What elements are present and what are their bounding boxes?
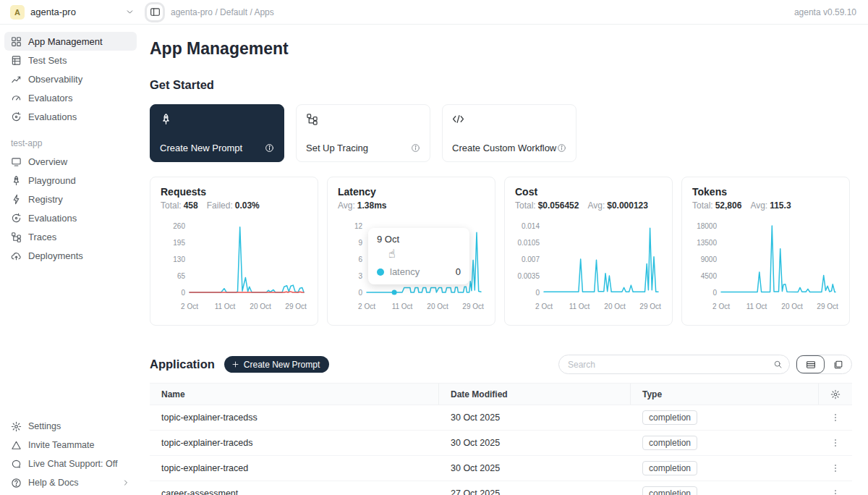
card-label: Create New Prompt xyxy=(160,143,242,153)
sidebar-item-label: Registry xyxy=(28,194,63,205)
search-input[interactable] xyxy=(558,355,790,374)
svg-text:20 Oct: 20 Oct xyxy=(604,302,626,310)
sidebar-item-test-sets[interactable]: Test Sets xyxy=(4,51,137,69)
tooltip-series-value: 0 xyxy=(456,266,461,277)
app-version: agenta v0.59.10 xyxy=(794,7,856,17)
create-new-prompt-button[interactable]: Create New Prompt xyxy=(224,356,329,373)
svg-text:29 Oct: 29 Oct xyxy=(639,302,661,310)
evaluations-icon xyxy=(11,213,22,224)
rocket-icon xyxy=(11,175,22,186)
plus-icon xyxy=(231,360,239,368)
table-row-topic-explainer-tracedss[interactable]: topic-explainer-tracedss30 Oct 2025compl… xyxy=(150,405,852,431)
info-icon[interactable] xyxy=(411,143,420,153)
app-name-cell: topic-explainer-traced xyxy=(150,463,439,473)
workspace-selector[interactable]: A agenta-pro xyxy=(10,5,135,20)
svg-text:11 Oct: 11 Oct xyxy=(746,302,767,310)
info-icon[interactable] xyxy=(557,143,566,153)
series-dot-icon xyxy=(377,268,384,276)
search-icon xyxy=(770,356,786,373)
registry-icon xyxy=(11,194,22,205)
column-header-name: Name xyxy=(150,384,439,405)
sidebar-item-evaluations[interactable]: Evaluations xyxy=(4,107,137,126)
sidebar-item-playground[interactable]: Playground xyxy=(4,171,137,190)
svg-text:4500: 4500 xyxy=(701,272,718,280)
get-started-card-set-up-tracing[interactable]: Set Up Tracing xyxy=(296,104,430,162)
svg-text:0.014: 0.014 xyxy=(522,222,540,230)
svg-text:11 Oct: 11 Oct xyxy=(569,302,590,310)
sidebar-item-live-chat-support-off[interactable]: Live Chat Support: Off xyxy=(4,454,137,473)
table-row-topic-explainer-traced[interactable]: topic-explainer-traced30 Oct 2025complet… xyxy=(150,456,852,481)
sidebar-item-label: Evaluators xyxy=(28,93,72,103)
sidebar-item-help-docs[interactable]: Help & Docs xyxy=(4,473,137,492)
sidebar: App ManagementTest SetsObservabilityEval… xyxy=(0,25,141,495)
observability-icon xyxy=(11,74,22,85)
workspace-name: agenta-pro xyxy=(30,7,76,17)
chart-title: Latency xyxy=(338,186,485,198)
sidebar-app-nav: OverviewPlaygroundRegistryEvaluationsTra… xyxy=(4,152,137,265)
table-view-icon xyxy=(806,360,816,370)
sidebar-item-label: Playground xyxy=(28,175,76,186)
sidebar-item-registry[interactable]: Registry xyxy=(4,190,137,208)
top-bar: A agenta-pro agenta-pro / Default / Apps… xyxy=(0,0,868,25)
table-view-button[interactable] xyxy=(796,355,825,373)
sidebar-item-traces[interactable]: Traces xyxy=(4,227,137,246)
tooltip-series-row: latency0 xyxy=(377,266,461,277)
sidebar-item-evaluations[interactable]: Evaluations xyxy=(4,208,137,227)
get-started-card-create-custom-workflow[interactable]: Create Custom Workflow xyxy=(442,104,576,162)
breadcrumb[interactable]: agenta-pro / Default / Apps xyxy=(171,7,274,17)
sidebar-item-observability[interactable]: Observability xyxy=(4,69,137,88)
sidebar-item-label: Evaluations xyxy=(28,213,77,224)
get-started-card-create-new-prompt[interactable]: Create New Prompt xyxy=(150,104,284,162)
card-view-button[interactable] xyxy=(825,355,851,373)
chart-stats: Avg:1.38ms xyxy=(338,200,485,211)
row-menu-button[interactable] xyxy=(830,463,841,473)
workspace-avatar: A xyxy=(10,5,25,20)
code-icon xyxy=(452,113,566,128)
svg-text:12: 12 xyxy=(354,222,363,230)
sidebar-item-label: Test Sets xyxy=(28,55,67,66)
row-menu-button[interactable] xyxy=(830,488,841,495)
svg-text:2 Oct: 2 Oct xyxy=(535,302,553,310)
sidebar-item-label: Overview xyxy=(28,156,67,167)
row-menu-button[interactable] xyxy=(830,438,841,448)
chart-plot-cost: 0.0140.01050.0070.003502 Oct11 Oct20 Oct… xyxy=(515,217,663,313)
svg-text:29 Oct: 29 Oct xyxy=(285,302,307,310)
sidebar-footer-nav: SettingsInvite TeammateLive Chat Support… xyxy=(4,417,137,492)
svg-text:9000: 9000 xyxy=(701,255,718,263)
sidebar-item-app-management[interactable]: App Management xyxy=(4,32,137,51)
traces-icon xyxy=(11,232,22,242)
test-sets-icon xyxy=(11,55,22,66)
evaluators-icon xyxy=(11,93,22,103)
tooltip-series-name: latency xyxy=(390,266,420,277)
table-row-topic-explainer-traceds[interactable]: topic-explainer-traceds30 Oct 2025comple… xyxy=(150,431,852,456)
info-icon[interactable] xyxy=(265,143,274,153)
svg-text:0: 0 xyxy=(712,289,717,297)
stat-total: Total:458 xyxy=(161,200,198,211)
gear-icon xyxy=(830,389,841,399)
sidebar-item-evaluators[interactable]: Evaluators xyxy=(4,88,137,107)
chevron-down-icon xyxy=(125,7,135,17)
date-modified-cell: 27 Oct 2025 xyxy=(439,488,631,495)
stat-avg: Avg:115.3 xyxy=(750,200,791,211)
date-modified-cell: 30 Oct 2025 xyxy=(439,463,631,473)
sidebar-item-overview[interactable]: Overview xyxy=(4,152,137,171)
metric-card-cost: CostTotal:$0.056452Avg:$0.0001230.0140.0… xyxy=(504,177,673,326)
stat-total: Total:52,806 xyxy=(692,200,741,211)
sidebar-toggle-button[interactable] xyxy=(145,2,165,22)
sidebar-item-deployments[interactable]: Deployments xyxy=(4,246,137,265)
table-body: topic-explainer-tracedss30 Oct 2025compl… xyxy=(150,405,852,495)
sidebar-item-invite-teammate[interactable]: Invite Teammate xyxy=(4,436,137,454)
application-header: Application Create New Prompt xyxy=(150,355,852,374)
metric-card-requests: RequestsTotal:458Failed:0.03%26019513065… xyxy=(150,177,318,326)
card-label: Create Custom Workflow xyxy=(452,143,556,153)
chart-plot-tokens: 18000135009000450002 Oct11 Oct20 Oct29 O… xyxy=(692,217,841,313)
chart-title: Cost xyxy=(515,186,662,198)
table-row-career-assessment[interactable]: career-assessment27 Oct 2025completion xyxy=(150,481,852,495)
column-settings-button[interactable] xyxy=(819,384,852,405)
sidebar-item-settings[interactable]: Settings xyxy=(4,417,137,436)
application-title: Application xyxy=(150,358,215,371)
row-menu-button[interactable] xyxy=(830,412,841,423)
column-header-date-modified: Date Modified xyxy=(439,384,631,405)
get-started-title: Get Started xyxy=(150,78,852,92)
svg-text:65: 65 xyxy=(177,272,186,280)
